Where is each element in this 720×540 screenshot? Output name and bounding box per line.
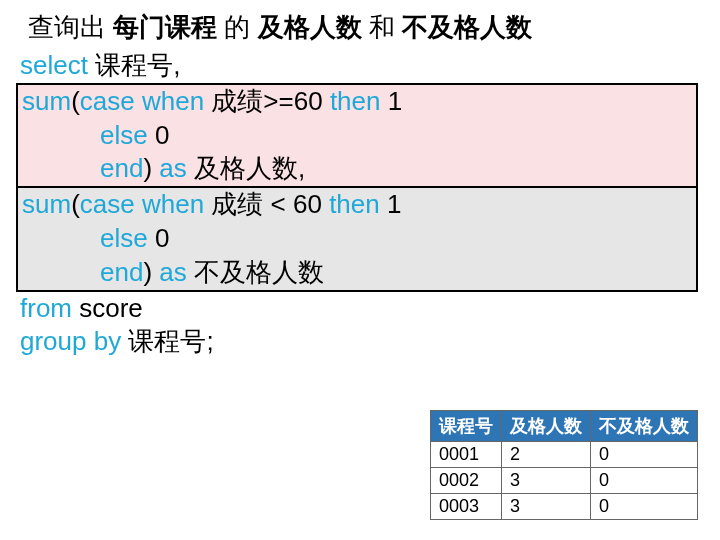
slide-title: 查询出 每门课程 的 及格人数 和 不及格人数 bbox=[0, 0, 720, 49]
table-header: 及格人数 bbox=[502, 411, 591, 442]
table-header: 课程号 bbox=[431, 411, 502, 442]
code-line: else 0 bbox=[22, 222, 696, 256]
code-line: select 课程号, bbox=[20, 49, 720, 83]
table-header-row: 课程号 及格人数 不及格人数 bbox=[431, 411, 698, 442]
table-row: 0001 2 0 bbox=[431, 442, 698, 468]
title-text: 和 bbox=[369, 12, 395, 42]
highlight-box-fail: sum(case when 成绩 < 60 then 1 else 0 end)… bbox=[16, 186, 698, 291]
sql-code-block: select 课程号, sum(case when 成绩>=60 then 1 … bbox=[20, 49, 720, 359]
title-bold: 及格人数 bbox=[258, 12, 362, 42]
title-bold: 不及格人数 bbox=[402, 12, 532, 42]
result-table: 课程号 及格人数 不及格人数 0001 2 0 0002 3 0 0003 3 … bbox=[430, 410, 698, 520]
table-row: 0003 3 0 bbox=[431, 494, 698, 520]
title-text: 的 bbox=[224, 12, 250, 42]
code-line: from score bbox=[20, 292, 720, 326]
code-line: else 0 bbox=[22, 119, 696, 153]
title-text: 查询出 bbox=[28, 12, 106, 42]
code-line: end) as 及格人数, bbox=[22, 152, 696, 186]
highlight-box-pass: sum(case when 成绩>=60 then 1 else 0 end) … bbox=[16, 83, 698, 188]
table-header: 不及格人数 bbox=[591, 411, 698, 442]
code-line: sum(case when 成绩 < 60 then 1 bbox=[22, 188, 696, 222]
code-line: sum(case when 成绩>=60 then 1 bbox=[22, 85, 696, 119]
title-bold: 每门课程 bbox=[113, 12, 217, 42]
code-line: group by 课程号; bbox=[20, 325, 720, 359]
code-line: end) as 不及格人数 bbox=[22, 256, 696, 290]
table-row: 0002 3 0 bbox=[431, 468, 698, 494]
